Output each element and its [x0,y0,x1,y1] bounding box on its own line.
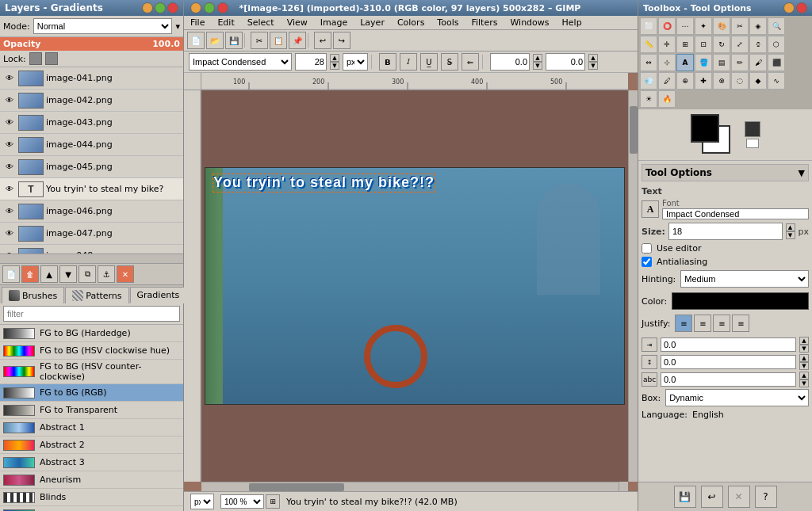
delete-preset-btn[interactable]: ✕ [728,486,750,508]
toolbox-close-btn[interactable] [796,2,807,13]
tool-smudge[interactable]: ∿ [768,72,785,90]
font-size-up[interactable]: ▲ [330,54,339,62]
indent-2-down[interactable]: ▼ [799,362,809,370]
font-size-input[interactable] [295,53,327,71]
open-file-btn[interactable]: 📂 [206,32,224,49]
gradient-item[interactable]: Abstract 3 [0,454,183,471]
mode-help[interactable]: ▾ [175,21,180,32]
zoom-fit-btn[interactable]: ⊞ [266,494,280,509]
tool-rect-select[interactable]: ⬜ [640,17,657,35]
justify-fill-btn[interactable]: ≡ [732,315,749,332]
tool-crop[interactable]: ⊡ [695,36,712,53]
close-btn[interactable] [167,2,178,13]
delete-layer-btn[interactable]: 🗑 [21,265,39,283]
gradient-item[interactable]: Abstract 2 [0,437,183,454]
menu-colors[interactable]: Colors [391,16,431,29]
layer-visibility-toggle[interactable]: 👁 [3,227,16,240]
raise-layer-btn[interactable]: ▲ [40,265,58,283]
layer-item[interactable]: 👁image-042.png [0,90,183,112]
tool-fuzzy-select[interactable]: ✦ [695,17,712,35]
color-mode-reset[interactable] [745,121,760,137]
redo-btn[interactable]: ↪ [333,32,350,49]
tool-options-expand[interactable]: ▼ [799,168,805,178]
layer-item[interactable]: 👁image-045.png [0,156,183,178]
text-rtl-btn[interactable]: ⇐ [462,53,479,71]
text-bold-btn[interactable]: 𝗕 [379,53,396,71]
font-select[interactable]: Impact Condensed [189,53,292,71]
layer-visibility-toggle[interactable]: 👁 [3,205,16,218]
gradient-item[interactable]: Blue Green [0,506,183,511]
gradient-item[interactable]: FG to BG (Hardedge) [0,325,183,342]
layer-visibility-toggle[interactable]: 👁 [3,183,16,196]
text-offset-x[interactable] [490,53,530,71]
tool-perspective-clone[interactable]: ⊗ [713,72,730,90]
menu-layer[interactable]: Layer [354,16,391,29]
tool-clone[interactable]: ⊕ [676,72,694,90]
gimp-close-btn[interactable] [217,2,228,13]
gradient-item[interactable]: Abstract 1 [0,419,183,437]
indent-3-down[interactable]: ▼ [799,379,809,387]
tool-text[interactable]: A [676,54,694,71]
offset-x-down[interactable]: ▼ [533,62,542,70]
tool-perspective[interactable]: ⬡ [768,36,785,53]
layer-visibility-toggle[interactable]: 👁 [3,94,16,107]
paste-btn[interactable]: 📌 [289,32,306,49]
layer-item[interactable]: 👁image-047.png [0,223,183,245]
size-up[interactable]: ▲ [786,223,795,231]
menu-view[interactable]: View [281,16,314,29]
font-unit-select[interactable]: px [343,53,368,71]
meme-text-overlay[interactable]: You tryin' to steal my bike?!? [213,174,435,192]
v-scroll-thumb[interactable] [630,106,638,154]
layer-item[interactable]: 👁image-048.png [0,245,183,254]
menu-file[interactable]: File [184,16,211,29]
layer-item[interactable]: 👁image-043.png [0,112,183,134]
tab-patterns[interactable]: Patterns [65,287,128,303]
new-file-btn[interactable]: 📄 [187,32,205,49]
tool-ink[interactable]: 🖊 [658,72,676,90]
tool-move[interactable]: ✛ [658,36,676,53]
zoom-select[interactable]: 100 % [220,494,264,509]
save-file-btn[interactable]: 💾 [225,32,243,49]
menu-windows[interactable]: Windows [504,16,555,29]
tool-by-color[interactable]: 🎨 [713,17,730,35]
tool-ellipse-select[interactable]: ⭕ [658,17,676,35]
tool-airbrush[interactable]: 💨 [640,72,657,90]
tool-bucket[interactable]: 🪣 [695,54,712,71]
merge-layer-btn[interactable]: ✕ [117,265,134,283]
layer-item[interactable]: 👁image-044.png [0,134,183,156]
cut-btn[interactable]: ✂ [251,32,268,49]
lock-pixels-btn[interactable] [29,52,42,65]
box-select[interactable]: Dynamic Fixed [665,389,809,406]
tool-measure[interactable]: 📏 [640,36,657,53]
tool-burn[interactable]: 🔥 [658,90,676,108]
menu-image[interactable]: Image [314,16,354,29]
size-down[interactable]: ▼ [786,231,795,239]
offset-y-down[interactable]: ▼ [588,62,598,70]
canvas-inner[interactable]: You tryin' to steal my bike?!? [201,90,628,482]
text-offset-y[interactable] [546,53,585,71]
copy-btn[interactable]: 📋 [270,32,287,49]
text-italic-btn[interactable]: 𝘐 [400,53,417,71]
size-field-input[interactable] [668,223,783,240]
gradient-item[interactable]: Aneurism [0,471,183,489]
tool-align[interactable]: ⊞ [676,36,694,53]
font-name-input[interactable] [662,208,809,219]
justify-right-btn[interactable]: ≡ [713,315,730,332]
tool-gradient[interactable]: ▤ [713,54,730,71]
tab-brushes[interactable]: Brushes [2,287,64,303]
restore-defaults-btn[interactable]: ↩ [701,486,723,508]
text-underline-btn[interactable]: U̲ [420,53,438,71]
tool-shear[interactable]: ⧲ [749,36,767,53]
layer-item[interactable]: 👁image-046.png [0,200,183,223]
tool-foreground[interactable]: ◈ [749,17,767,35]
unit-select-status[interactable]: px [190,494,214,509]
save-preset-btn[interactable]: 💾 [674,486,696,508]
layer-visibility-toggle[interactable]: 👁 [3,72,16,85]
tool-blur[interactable]: ◌ [731,72,749,90]
tool-free-select[interactable]: ⋯ [676,17,694,35]
layers-scrollbar[interactable] [0,254,183,263]
tool-scale[interactable]: ⤢ [731,36,749,53]
menu-filters[interactable]: Filters [465,16,504,29]
toolbox-minimize-btn[interactable] [783,2,795,13]
gimp-minimize-btn[interactable] [190,2,201,13]
